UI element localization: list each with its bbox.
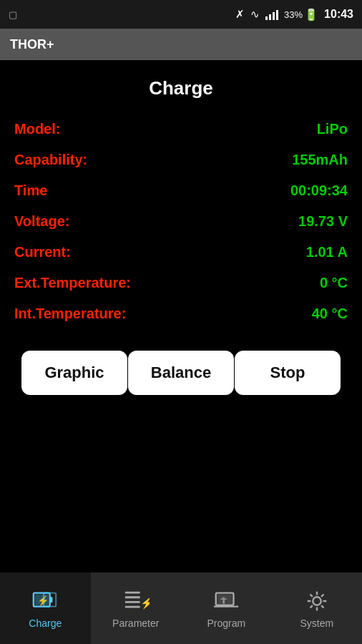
main-content: Charge Model:LiPoCapability:155mAhTime00… [0, 60, 362, 416]
svg-line-22 [310, 605, 312, 608]
app-title: THOR+ [10, 37, 54, 52]
svg-line-20 [321, 605, 323, 608]
svg-rect-6 [125, 596, 140, 598]
data-row: Time00:09:34 [14, 175, 348, 206]
data-row: Capability:155mAh [14, 145, 348, 175]
svg-rect-1 [50, 597, 53, 602]
data-rows: Model:LiPoCapability:155mAhTime00:09:34V… [14, 114, 348, 329]
notification-icon: ▢ [9, 9, 17, 20]
data-value: 0 °C [320, 275, 348, 291]
program-icon [212, 587, 240, 615]
battery-icon: 🔋 [304, 8, 318, 21]
svg-rect-5 [125, 592, 140, 594]
data-row: Voltage:19.73 V [14, 206, 348, 237]
nav-item-program[interactable]: Program [181, 572, 272, 644]
title-bar: THOR+ [0, 29, 362, 60]
data-row: Current:1.01 A [14, 237, 348, 268]
data-label: Time [14, 182, 47, 199]
data-value: 40 °C [312, 306, 348, 322]
data-value: 155mAh [292, 152, 348, 168]
data-label: Current: [14, 244, 71, 260]
data-row: Model:LiPo [14, 114, 348, 145]
svg-point-14 [313, 597, 321, 605]
nav-item-parameter[interactable]: ⚡ Parameter [91, 572, 182, 644]
nav-item-charge[interactable]: ⚡ Charge [0, 572, 91, 644]
data-label: Ext.Temperature: [14, 275, 131, 291]
svg-text:⚡: ⚡ [140, 596, 149, 610]
svg-rect-8 [125, 606, 140, 608]
nav-label-system: System [300, 618, 333, 629]
balance-button[interactable]: Balance [128, 351, 234, 395]
battery-percent: 33% [284, 9, 303, 20]
svg-line-21 [321, 595, 323, 597]
status-time: 10:43 [324, 8, 353, 21]
system-icon [303, 587, 331, 615]
graphic-button[interactable]: Graphic [21, 351, 127, 395]
buttons-row: Graphic Balance Stop [14, 329, 348, 409]
data-row: Ext.Temperature:0 °C [14, 268, 348, 298]
data-label: Model: [14, 121, 60, 137]
stop-button[interactable]: Stop [235, 351, 341, 395]
data-label: Int.Temperature: [14, 306, 126, 322]
svg-rect-7 [125, 601, 140, 603]
data-label: Voltage: [14, 213, 69, 230]
data-value: 19.73 V [298, 213, 348, 230]
svg-line-19 [310, 595, 312, 597]
data-value: LiPo [317, 121, 348, 137]
nav-label-program: Program [207, 618, 245, 629]
data-label: Capability: [14, 152, 87, 168]
nav-item-system[interactable]: System [272, 572, 363, 644]
charge-icon: ⚡ [31, 587, 59, 615]
nav-label-parameter: Parameter [112, 618, 159, 629]
data-value: 1.01 A [306, 244, 348, 260]
battery-indicator: 33% 🔋 [284, 8, 318, 21]
nav-label-charge: Charge [29, 618, 62, 629]
page-title: Charge [14, 67, 348, 114]
signal-bars [265, 9, 278, 20]
wifi-icon: ∿ [250, 8, 260, 21]
bluetooth-icon: ✗ [235, 8, 245, 21]
data-value: 00:09:34 [290, 182, 348, 199]
parameter-icon: ⚡ [122, 587, 150, 615]
bottom-nav: ⚡ Charge ⚡ Parameter Program [0, 572, 362, 644]
status-bar: ▢ ✗ ∿ 33% 🔋 10:43 [0, 0, 362, 29]
svg-text:⚡: ⚡ [37, 595, 49, 607]
data-row: Int.Temperature:40 °C [14, 298, 348, 329]
